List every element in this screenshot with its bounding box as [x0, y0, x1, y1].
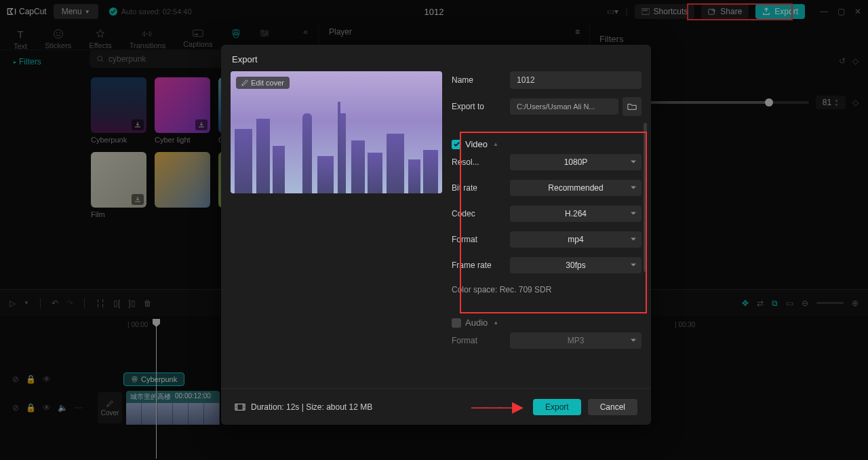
- keyframe-icon[interactable]: ◇: [852, 98, 859, 107]
- filters-icon: [131, 376, 138, 383]
- audio-format-select: MP3: [510, 332, 642, 349]
- visible-track-icon[interactable]: 👁: [43, 403, 51, 413]
- edit-cover-button[interactable]: Edit cover: [236, 77, 290, 89]
- download-icon[interactable]: [132, 194, 144, 205]
- keyframe-icon[interactable]: ◇: [852, 56, 859, 66]
- filter-card[interactable]: Film: [91, 152, 146, 218]
- visible-track-icon[interactable]: 👁: [43, 375, 51, 384]
- zoom-out-icon[interactable]: ⊖: [802, 299, 808, 308]
- svg-rect-20: [235, 404, 245, 410]
- menu-button[interactable]: Menu ▼: [54, 4, 98, 19]
- export-button[interactable]: Export: [533, 399, 581, 415]
- shortcuts-button[interactable]: Shortcuts: [635, 4, 695, 19]
- app-logo: CapCut: [7, 7, 47, 16]
- dialog-footer: Duration: 12s | Size: about 12 MB ———▶ E…: [221, 388, 651, 425]
- aspect-ratio-icon[interactable]: ▭▾: [607, 7, 618, 16]
- scrollbar[interactable]: [644, 123, 647, 272]
- svg-point-7: [59, 33, 60, 34]
- playhead[interactable]: [156, 319, 157, 459]
- pencil-icon: [106, 400, 114, 408]
- collapse-tabs-icon[interactable]: «: [303, 27, 308, 37]
- name-input[interactable]: [510, 71, 642, 89]
- filter-card[interactable]: Cyber light: [155, 77, 210, 144]
- filter-card[interactable]: Cyberpunk: [91, 77, 146, 144]
- pointer-tool-icon[interactable]: ▷: [9, 299, 16, 308]
- filter-clip[interactable]: Cyberpunk: [123, 372, 184, 386]
- cover-button[interactable]: Cover: [98, 392, 122, 423]
- slider-handle[interactable]: [765, 98, 773, 107]
- close-icon[interactable]: ✕: [854, 7, 861, 16]
- format-label: Format: [452, 235, 510, 244]
- resolution-select[interactable]: 1080P: [510, 154, 642, 170]
- zoom-in-icon[interactable]: ⊕: [852, 299, 859, 308]
- download-icon[interactable]: [195, 119, 208, 130]
- snap-icon[interactable]: ⧉: [772, 299, 778, 308]
- filter-card[interactable]: [155, 152, 210, 218]
- video-clip[interactable]: 城市里的高楼00:00:12:00: [126, 391, 220, 425]
- maximize-icon[interactable]: ▢: [837, 7, 845, 16]
- lock-track-icon[interactable]: 🔒: [26, 375, 36, 384]
- colorspace-text: Color space: Rec. 709 SDR: [452, 282, 642, 297]
- preview-icon[interactable]: ▭: [786, 299, 793, 308]
- slider-value[interactable]: 81▲▼: [816, 96, 846, 109]
- svg-point-5: [54, 30, 62, 39]
- check-icon: [109, 7, 117, 16]
- split-icon[interactable]: ╎╎: [96, 299, 105, 308]
- text-icon: T: [18, 28, 24, 40]
- undo-icon[interactable]: ↶: [52, 299, 58, 308]
- top-right-controls: ▭▾ | Shortcuts Share Export — ▢ ✕: [607, 4, 861, 19]
- codec-select[interactable]: H.264: [510, 206, 642, 222]
- sidebar-filters[interactable]: ▸Filters: [14, 54, 81, 69]
- tab-captions[interactable]: Captions: [180, 27, 215, 50]
- tab-transitions[interactable]: Transitions: [127, 27, 168, 51]
- collapse-icon: ▲: [493, 141, 498, 147]
- hide-track-icon[interactable]: ⊘: [12, 403, 19, 413]
- hide-track-icon[interactable]: ⊘: [12, 375, 19, 384]
- name-label: Name: [452, 75, 510, 85]
- mute-track-icon[interactable]: 🔈: [58, 403, 68, 413]
- trim-left-icon[interactable]: ▯[: [113, 299, 120, 308]
- framerate-select[interactable]: 30fps: [510, 257, 642, 273]
- bitrate-label: Bit rate: [452, 183, 510, 193]
- format-select[interactable]: mp4: [510, 231, 642, 248]
- trim-right-icon[interactable]: ]▯: [128, 299, 135, 308]
- effects-icon: [95, 28, 106, 39]
- lock-track-icon[interactable]: 🔒: [26, 403, 36, 413]
- codec-label: Codec: [452, 209, 510, 218]
- tab-text[interactable]: TText: [11, 27, 30, 52]
- bitrate-select[interactable]: Recommended: [510, 180, 642, 196]
- tab-filters[interactable]: [228, 27, 244, 41]
- search-icon: [96, 55, 104, 63]
- zoom-slider[interactable]: [816, 302, 844, 304]
- svg-point-13: [261, 30, 263, 32]
- minimize-icon[interactable]: —: [820, 7, 828, 16]
- audio-section-header[interactable]: Audio▲: [452, 315, 642, 332]
- delete-icon[interactable]: 🗑: [144, 299, 152, 308]
- top-bar: CapCut Menu ▼ Auto saved: 02:54:40 1012 …: [0, 0, 868, 23]
- video-section-header[interactable]: Video▲: [452, 136, 642, 153]
- browse-folder-button[interactable]: [623, 97, 642, 116]
- share-button[interactable]: Share: [701, 4, 749, 19]
- redo-icon[interactable]: ↷: [66, 299, 73, 308]
- download-icon[interactable]: [132, 119, 144, 130]
- audio-checkbox[interactable]: [452, 318, 461, 328]
- reset-icon[interactable]: ↺: [839, 56, 846, 66]
- share-icon: [708, 7, 716, 16]
- hand-tool-icon[interactable]: ✥: [742, 299, 749, 308]
- collapse-icon: ▲: [493, 320, 498, 326]
- cancel-button[interactable]: Cancel: [588, 399, 637, 415]
- player-header: Player ≡: [329, 27, 580, 37]
- tab-effects[interactable]: Effects: [86, 27, 114, 51]
- filters-icon: [231, 28, 241, 39]
- exportto-path: C:/Users/Usman Ali N...: [510, 98, 618, 115]
- export-icon: [762, 7, 770, 16]
- captions-icon: [193, 28, 203, 38]
- player-menu-icon[interactable]: ≡: [575, 27, 580, 37]
- tab-adjust[interactable]: [256, 27, 273, 39]
- tab-stickers[interactable]: Stickers: [42, 27, 74, 51]
- svg-rect-3: [646, 9, 647, 11]
- link-icon[interactable]: ⇄: [757, 299, 764, 308]
- video-checkbox[interactable]: [452, 140, 461, 149]
- audio-format-label: Format: [452, 336, 510, 345]
- export-top-button[interactable]: Export: [755, 4, 805, 19]
